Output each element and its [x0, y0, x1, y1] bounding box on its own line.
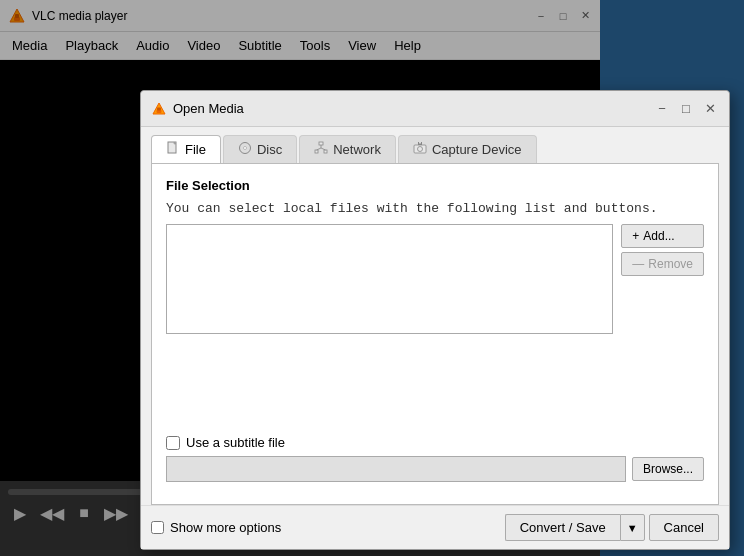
subtitle-path-input[interactable] — [166, 456, 626, 482]
add-button-label: Add... — [643, 229, 674, 243]
tab-capture[interactable]: Capture Device — [398, 135, 537, 163]
cancel-button[interactable]: Cancel — [649, 514, 719, 541]
tab-network[interactable]: Network — [299, 135, 396, 163]
dialog-tabs: File Disc Networ — [141, 127, 729, 163]
subtitle-checkbox-label[interactable]: Use a subtitle file — [186, 435, 285, 450]
network-tab-icon — [314, 141, 328, 158]
svg-rect-12 — [324, 150, 327, 153]
file-tab-icon — [166, 141, 180, 158]
convert-save-label: Convert / Save — [520, 520, 606, 535]
tab-disc[interactable]: Disc — [223, 135, 297, 163]
file-selection-title: File Selection — [166, 178, 704, 193]
dialog-content-area: File Selection You can select local file… — [151, 163, 719, 505]
subtitle-path-row: Browse... — [166, 456, 704, 482]
convert-save-button[interactable]: Convert / Save — [505, 514, 620, 541]
browse-button[interactable]: Browse... — [632, 457, 704, 481]
file-buttons: + Add... — Remove — [621, 224, 704, 425]
dialog-title: Open Media — [173, 101, 653, 116]
show-more-row: Show more options — [151, 520, 281, 535]
tab-capture-label: Capture Device — [432, 142, 522, 157]
convert-save-group: Convert / Save ▼ — [505, 514, 645, 541]
dialog-maximize-button[interactable]: □ — [677, 100, 695, 118]
svg-point-9 — [243, 147, 246, 150]
convert-dropdown-button[interactable]: ▼ — [620, 514, 645, 541]
dialog-window-controls: − □ ✕ — [653, 100, 719, 118]
remove-icon: — — [632, 257, 644, 271]
svg-line-14 — [317, 148, 322, 150]
capture-tab-icon — [413, 141, 427, 158]
add-button[interactable]: + Add... — [621, 224, 704, 248]
subtitle-checkbox[interactable] — [166, 436, 180, 450]
svg-rect-5 — [157, 107, 161, 110]
file-selection-description: You can select local files with the foll… — [166, 201, 704, 216]
file-list-area: + Add... — Remove — [166, 224, 704, 425]
add-icon: + — [632, 229, 639, 243]
show-more-checkbox[interactable] — [151, 521, 164, 534]
svg-marker-18 — [418, 142, 422, 145]
dialog-vlc-logo-icon — [151, 101, 167, 117]
remove-button[interactable]: — Remove — [621, 252, 704, 276]
tab-file[interactable]: File — [151, 135, 221, 163]
show-more-label[interactable]: Show more options — [170, 520, 281, 535]
subtitle-section: Use a subtitle file Browse... — [166, 435, 704, 482]
disc-tab-icon — [238, 141, 252, 158]
subtitle-checkbox-row: Use a subtitle file — [166, 435, 704, 450]
tab-network-label: Network — [333, 142, 381, 157]
footer-buttons: Convert / Save ▼ Cancel — [505, 514, 719, 541]
remove-button-label: Remove — [648, 257, 693, 271]
tab-disc-label: Disc — [257, 142, 282, 157]
file-listbox[interactable] — [166, 224, 613, 334]
open-media-dialog: Open Media − □ ✕ File Disc — [140, 90, 730, 550]
svg-rect-10 — [319, 142, 323, 145]
tab-file-label: File — [185, 142, 206, 157]
dialog-footer: Show more options Convert / Save ▼ Cance… — [141, 505, 729, 549]
svg-line-15 — [321, 148, 326, 150]
svg-rect-11 — [315, 150, 318, 153]
dialog-minimize-button[interactable]: − — [653, 100, 671, 118]
dialog-close-button[interactable]: ✕ — [701, 100, 719, 118]
dialog-titlebar: Open Media − □ ✕ — [141, 91, 729, 127]
